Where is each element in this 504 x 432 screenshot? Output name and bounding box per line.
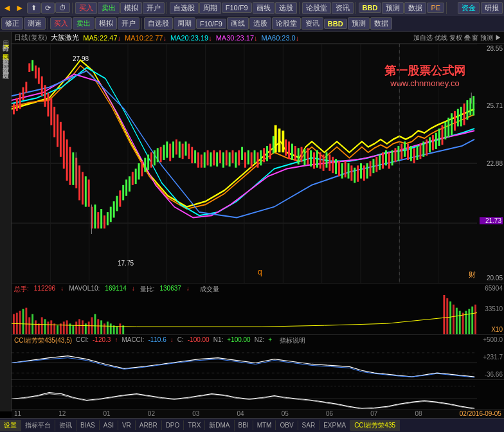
predict2-btn[interactable]: 预测 bbox=[348, 17, 370, 30]
correct-btn[interactable]: 修正 bbox=[1, 17, 23, 30]
period-btn[interactable]: 周期 bbox=[199, 2, 221, 14]
select2-btn[interactable]: 选股 bbox=[249, 17, 271, 30]
svg-rect-192 bbox=[94, 314, 96, 334]
data2-btn[interactable]: 数据 bbox=[370, 17, 392, 30]
svg-rect-143 bbox=[417, 146, 419, 160]
cci-info: CCI岩芳荣435(43,5) CCI: -120.3 ↑ MACCI: -11… bbox=[14, 336, 338, 345]
time-07: 07 bbox=[370, 410, 377, 417]
ratio-arrow: ↓ bbox=[186, 285, 190, 294]
svg-rect-56 bbox=[144, 158, 146, 172]
buy2-btn[interactable]: 买入 bbox=[50, 17, 72, 30]
svg-rect-69 bbox=[185, 141, 187, 156]
buy-btn[interactable]: 买入 bbox=[75, 2, 97, 14]
stock-forum-btn[interactable]: 论股堂 bbox=[302, 2, 331, 14]
cci-val: -120.3 bbox=[93, 336, 111, 345]
chart-area[interactable]: 28.55 25.71 22.88 21.73 20.05 第一股票公式网 ww… bbox=[12, 44, 504, 283]
speed-btn[interactable]: 测速 bbox=[24, 17, 46, 30]
svg-rect-23 bbox=[41, 76, 43, 96]
research-btn[interactable]: 研报 bbox=[481, 2, 503, 14]
tab-newdma[interactable]: 新DMA bbox=[205, 420, 234, 431]
open-btn[interactable]: 开户 bbox=[143, 2, 165, 14]
tab-asi[interactable]: ASI bbox=[100, 420, 118, 430]
vol-val-mid: 33510 bbox=[480, 305, 503, 312]
svg-rect-94 bbox=[254, 150, 256, 163]
open2-btn[interactable]: 开户 bbox=[118, 17, 140, 30]
watchlist2-btn[interactable]: 自选股 bbox=[144, 17, 173, 30]
tab-sar[interactable]: SAR bbox=[298, 420, 320, 430]
tab-cci[interactable]: CCI岩芳荣435 bbox=[350, 420, 400, 431]
tab-obv[interactable]: OBV bbox=[276, 420, 298, 430]
bbd-btn[interactable]: BBD bbox=[359, 3, 382, 13]
svg-rect-180 bbox=[57, 325, 59, 334]
back-arrow[interactable]: ◄ bbox=[1, 3, 13, 13]
tab-indicator-platform[interactable]: 指标平台 bbox=[21, 420, 55, 431]
info2-btn[interactable]: 资讯 bbox=[302, 17, 323, 30]
sidebar-item-yong[interactable]: 用 bbox=[1, 33, 11, 37]
up-btn[interactable]: ⬆ bbox=[27, 3, 40, 14]
svg-rect-156 bbox=[457, 109, 459, 126]
svg-rect-85 bbox=[235, 152, 237, 168]
tab-settings[interactable]: 设置 bbox=[0, 420, 21, 431]
svg-rect-127 bbox=[366, 163, 368, 179]
svg-rect-49 bbox=[122, 185, 124, 201]
draw-btn[interactable]: 画线 bbox=[253, 2, 274, 14]
tab-dpo[interactable]: DPO bbox=[162, 420, 184, 430]
sidebar-item-ranking[interactable]: 资讯排名 bbox=[1, 60, 11, 64]
watchlist-btn[interactable]: 自选股 bbox=[170, 2, 199, 14]
tab-expma[interactable]: EXPMA bbox=[320, 420, 350, 430]
svg-rect-159 bbox=[466, 100, 468, 120]
svg-rect-148 bbox=[432, 135, 434, 150]
svg-rect-187 bbox=[78, 319, 80, 334]
mavol-val: 169114 bbox=[105, 285, 126, 294]
svg-rect-46 bbox=[113, 201, 115, 217]
sidebar-item-stock-info[interactable]: 个股资料 bbox=[1, 51, 11, 55]
predict-btn[interactable]: 预测 bbox=[382, 2, 404, 14]
timer-btn[interactable]: ⏱ bbox=[55, 3, 70, 13]
sim2-btn[interactable]: 模拟 bbox=[95, 17, 117, 30]
tab-trix[interactable]: TRX bbox=[184, 420, 205, 430]
svg-rect-66 bbox=[176, 140, 177, 155]
f10-btn[interactable]: F10/F9 bbox=[222, 3, 252, 13]
select-btn[interactable]: 选股 bbox=[275, 2, 297, 14]
tab-news[interactable]: 资讯 bbox=[55, 420, 76, 431]
sell2-btn[interactable]: 卖出 bbox=[73, 17, 94, 30]
data-btn[interactable]: 数据 bbox=[404, 2, 426, 14]
sidebar-item-superboard[interactable]: 超级盘口 bbox=[1, 65, 11, 69]
info-btn[interactable]: 资讯 bbox=[332, 2, 354, 14]
tab-bias[interactable]: BIAS bbox=[76, 420, 100, 430]
pe-btn[interactable]: PE bbox=[427, 3, 444, 13]
forward-arrow[interactable]: ► bbox=[14, 3, 26, 13]
svg-rect-25 bbox=[47, 93, 49, 116]
sidebar-item-timechart[interactable]: 分时图 bbox=[1, 38, 11, 42]
svg-rect-63 bbox=[166, 141, 168, 158]
svg-rect-176 bbox=[44, 319, 46, 334]
cci-val-high: +500.0 bbox=[480, 336, 503, 343]
sim-btn[interactable]: 模拟 bbox=[120, 2, 142, 14]
period2-btn[interactable]: 周期 bbox=[174, 17, 195, 30]
bbd2-btn[interactable]: BBD bbox=[324, 19, 347, 29]
refresh-btn[interactable]: ⟳ bbox=[41, 3, 55, 14]
tab-arbr[interactable]: ARBR bbox=[136, 420, 162, 430]
svg-rect-104 bbox=[294, 146, 296, 161]
svg-rect-146 bbox=[426, 140, 428, 156]
sell-btn[interactable]: 卖出 bbox=[98, 2, 120, 14]
svg-rect-198 bbox=[113, 325, 115, 334]
svg-rect-30 bbox=[63, 130, 65, 168]
tab-vr[interactable]: VR bbox=[118, 420, 136, 430]
svg-rect-67 bbox=[179, 141, 181, 158]
svg-rect-20 bbox=[32, 60, 33, 71]
vol-val-high: 65904 bbox=[480, 285, 503, 292]
draw2-btn[interactable]: 画线 bbox=[227, 17, 249, 30]
svg-rect-203 bbox=[446, 298, 448, 334]
capital-btn[interactable]: 资金 bbox=[458, 2, 480, 14]
sidebar-item-watchlist[interactable]: 自选股 bbox=[1, 56, 11, 60]
f10b-btn[interactable]: F10/F9 bbox=[196, 19, 226, 29]
tab-bbi[interactable]: BBI bbox=[235, 420, 253, 430]
svg-rect-82 bbox=[226, 150, 228, 166]
macci-label: MACCI: bbox=[122, 336, 144, 345]
tab-mtm[interactable]: MTM bbox=[253, 420, 276, 430]
sidebar-item-kline[interactable]: K线图 bbox=[1, 42, 11, 51]
svg-rect-118 bbox=[338, 161, 340, 177]
forum2-btn[interactable]: 论股堂 bbox=[272, 17, 301, 30]
svg-rect-131 bbox=[379, 154, 381, 170]
